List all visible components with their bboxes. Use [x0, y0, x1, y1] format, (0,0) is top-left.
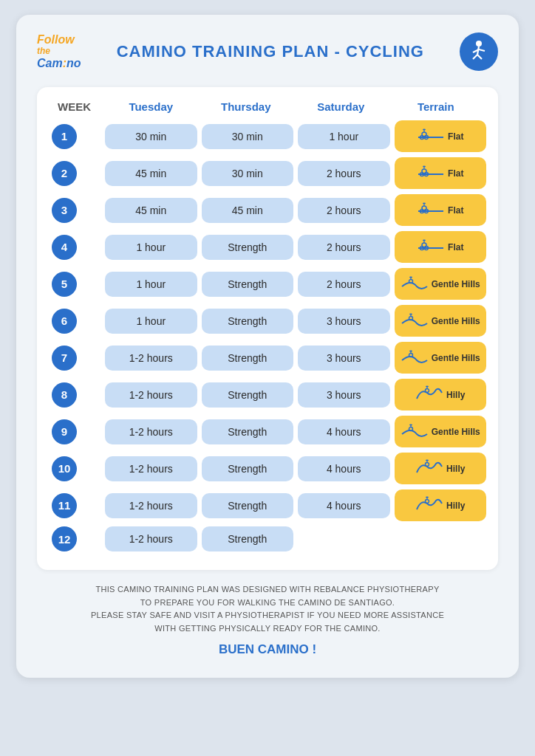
svg-point-15 [423, 166, 426, 168]
terrain-label: Flat [448, 131, 463, 142]
svg-point-48 [426, 500, 429, 504]
thursday-cell: Strength [202, 272, 294, 297]
week-circle: 12 [52, 526, 77, 551]
terrain-label: Flat [448, 205, 463, 216]
saturday-cell: 4 hours [298, 493, 390, 518]
tuesday-cell: 1-2 hours [105, 346, 197, 371]
table-row: 4 1 hourStrength2 hours Flat [49, 231, 486, 263]
col-thursday: Thursday [199, 100, 294, 113]
col-tuesday: Tuesday [103, 100, 199, 113]
week-num-8: 8 [49, 382, 100, 408]
terrain-cell: Gentle Hills [395, 305, 487, 337]
week-num-4: 4 [49, 235, 100, 260]
page-title: CAMINO TRAINING PLAN - CYCLING [89, 42, 452, 61]
tuesday-cell: 1-2 hours [105, 526, 197, 551]
svg-point-47 [426, 460, 429, 461]
logo-camino: Cam:no [37, 57, 81, 70]
tuesday-cell: 1 hour [105, 272, 197, 297]
terrain-icon [415, 385, 443, 404]
saturday-cell: 2 hours [298, 235, 390, 260]
week-num-3: 3 [49, 198, 100, 223]
tuesday-cell: 1-2 hours [105, 456, 197, 481]
terrain-label: Hilly [446, 464, 465, 474]
svg-point-42 [409, 427, 412, 431]
logo-area: Follow the Cam:no [37, 33, 81, 71]
terrain-cell: Gentle Hills [395, 416, 487, 447]
tuesday-cell: 30 min [105, 124, 197, 149]
saturday-cell: 3 hours [298, 346, 390, 371]
week-circle: 4 [52, 235, 77, 260]
table-row: 7 1-2 hoursStrength3 hours Gentle Hills [49, 342, 486, 374]
table-row: 2 45 min30 min2 hours Flat [49, 157, 486, 189]
terrain-label: Gentle Hills [432, 353, 480, 363]
svg-point-41 [426, 386, 429, 388]
terrain-label: Hilly [446, 501, 465, 511]
terrain-cell: Flat [395, 194, 487, 226]
terrain-cell: Flat [395, 120, 487, 152]
table-row: 5 1 hourStrength2 hours Gentle Hills [49, 268, 486, 300]
svg-point-32 [409, 277, 412, 278]
table-row: 8 1-2 hoursStrength3 hours Hilly [49, 379, 486, 410]
saturday-cell: 4 hours [298, 419, 390, 444]
svg-line-3 [477, 55, 482, 59]
week-circle: 3 [52, 198, 77, 223]
svg-point-35 [409, 314, 412, 315]
page-container: Follow the Cam:no CAMINO TRAINING PLAN -… [16, 15, 519, 678]
week-num-9: 9 [49, 419, 100, 444]
terrain-cell: Flat [395, 231, 487, 263]
week-num-1: 1 [49, 124, 100, 149]
terrain-cell: Flat [395, 157, 487, 189]
rows-container: 1 30 min30 min1 hour Flat 2 45 min30 min… [49, 120, 486, 551]
footer-disclaimer: THIS CAMINO TRAINING PLAN WAS DESIGNED W… [37, 583, 498, 635]
saturday-cell: 2 hours [298, 198, 390, 223]
terrain-icon [417, 238, 445, 256]
thursday-cell: 45 min [202, 198, 294, 223]
buen-camino: BUEN CAMINO ! [37, 642, 498, 657]
tuesday-cell: 1 hour [105, 309, 197, 334]
column-headers: WEEK Tuesday Thursday Saturday Terrain [49, 100, 486, 113]
table-row: 6 1 hourStrength3 hours Gentle Hills [49, 305, 486, 337]
week-circle: 2 [52, 161, 77, 186]
terrain-icon [417, 201, 445, 219]
svg-line-5 [479, 49, 485, 51]
week-circle: 6 [52, 309, 77, 334]
terrain-icon [417, 164, 445, 182]
week-circle: 10 [52, 456, 77, 481]
table-row: 11 1-2 hoursStrength4 hours Hilly [49, 489, 486, 521]
week-circle: 5 [52, 272, 77, 297]
thursday-cell: Strength [202, 493, 294, 518]
thursday-cell: Strength [202, 419, 294, 444]
week-num-7: 7 [49, 346, 100, 371]
svg-point-39 [426, 389, 429, 393]
terrain-icon [417, 127, 445, 145]
thursday-cell: Strength [202, 456, 294, 481]
tuesday-cell: 45 min [105, 161, 197, 186]
svg-point-36 [409, 354, 412, 357]
terrain-icon [401, 275, 429, 293]
thursday-cell: Strength [202, 382, 294, 408]
week-circle: 1 [52, 124, 77, 149]
saturday-cell: 3 hours [298, 309, 390, 334]
table-row: 12 1-2 hoursStrength [49, 526, 486, 551]
svg-point-9 [423, 129, 426, 131]
terrain-cell: Gentle Hills [395, 342, 487, 374]
table-row: 1 30 min30 min1 hour Flat [49, 120, 486, 152]
terrain-label: Gentle Hills [432, 316, 480, 326]
thursday-cell: Strength [202, 346, 294, 371]
thursday-cell: 30 min [202, 161, 294, 186]
tuesday-cell: 45 min [105, 198, 197, 223]
svg-point-30 [409, 280, 412, 284]
training-table: WEEK Tuesday Thursday Saturday Terrain 1… [37, 87, 498, 570]
table-row: 3 45 min45 min2 hours Flat [49, 194, 486, 226]
header: Follow the Cam:no CAMINO TRAINING PLAN -… [37, 32, 498, 71]
week-num-10: 10 [49, 456, 100, 481]
svg-line-2 [473, 55, 477, 59]
tuesday-cell: 1-2 hours [105, 382, 197, 408]
week-circle: 11 [52, 493, 77, 518]
svg-point-0 [476, 41, 482, 47]
thursday-cell: Strength [202, 309, 294, 334]
tuesday-cell: 1-2 hours [105, 419, 197, 444]
saturday-cell: 2 hours [298, 272, 390, 297]
week-num-2: 2 [49, 161, 100, 186]
terrain-label: Flat [448, 242, 463, 252]
